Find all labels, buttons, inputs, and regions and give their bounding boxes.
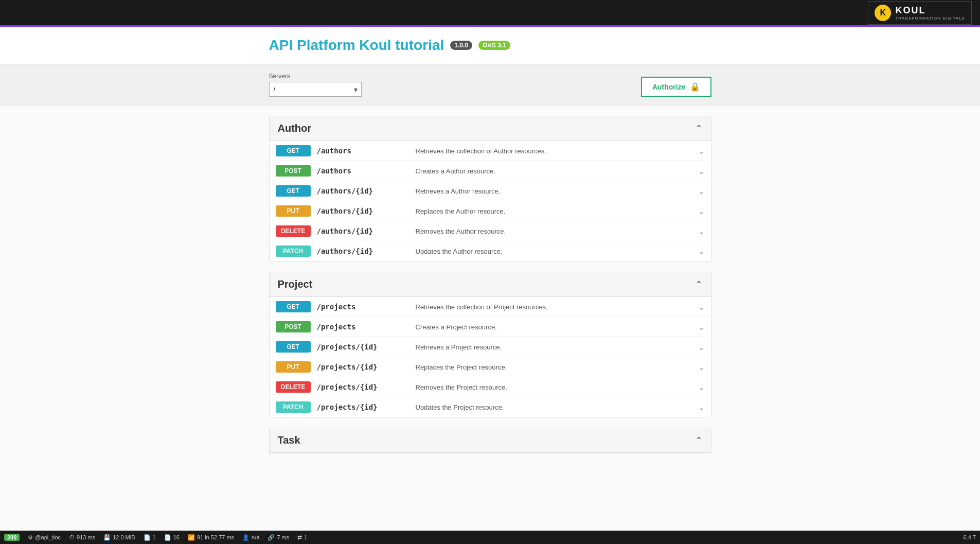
logo-box: K KOUL TRANSFORMATION DIGITALE [868,1,972,25]
endpoint-row[interactable]: GET /authors Retrieves the collection of… [270,141,711,161]
authorize-button[interactable]: Authorize 🔒 [641,77,711,97]
endpoint-desc: Creates a Project resource. [416,323,692,331]
api-group-task: Task ⌃ [269,428,711,453]
chevron-up-icon: ⌃ [695,435,703,446]
endpoint-desc: Retrieves a Project resource. [416,343,692,351]
oas-badge: OAS 3.1 [478,41,510,50]
group-header-project[interactable]: Project ⌃ [270,272,711,297]
endpoint-row[interactable]: PUT /projects/{id} Replaces the Project … [270,357,711,377]
endpoint-row[interactable]: PATCH /projects/{id} Updates the Project… [270,397,711,417]
method-badge-delete: DELETE [276,381,311,393]
method-badge-post: POST [276,165,311,177]
chevron-down-icon: ⌄ [698,322,705,332]
endpoint-path: /projects/{id} [317,363,409,371]
method-badge-get: GET [276,301,311,312]
endpoint-path: /authors [317,147,409,155]
servers-select[interactable]: / [269,82,362,97]
logo-right: KOUL TRANSFORMATION DIGITALE [895,5,965,21]
endpoint-desc: Replaces the Project resource. [416,363,692,371]
version-badge: 1.0.0 [450,41,472,50]
authorize-label: Authorize [652,83,686,91]
endpoint-desc: Creates a Author resource. [416,167,692,175]
endpoint-row[interactable]: PATCH /authors/{id} Updates the Author r… [270,241,711,261]
endpoint-path: /authors [317,167,409,175]
endpoint-path: /authors/{id} [317,247,409,255]
endpoint-row[interactable]: POST /authors Creates a Author resource.… [270,161,711,181]
method-badge-get: GET [276,341,311,353]
endpoint-row[interactable]: DELETE /authors/{id} Removes the Author … [270,221,711,241]
logo-circle: K [875,5,891,21]
endpoint-desc: Retrieves the collection of Author resou… [416,147,692,155]
method-badge-patch: PATCH [276,401,311,413]
servers-label: Servers [269,73,362,80]
group-header-author[interactable]: Author ⌃ [270,116,711,141]
chevron-down-icon: ⌄ [698,302,705,312]
title-row: API Platform Koul tutorial 1.0.0 OAS 3.1 [269,37,711,54]
endpoint-desc: Updates the Author resource. [416,248,692,255]
endpoint-desc: Retrieves the collection of Project reso… [416,303,692,311]
method-badge-post: POST [276,321,311,332]
endpoint-row[interactable]: GET /authors/{id} Retrieves a Author res… [270,181,711,201]
chevron-down-icon: ⌄ [698,186,705,196]
servers-group: Servers / [269,73,362,97]
api-group-author: Author ⌃ GET /authors Retrieves the coll… [269,116,711,261]
chevron-down-icon: ⌄ [698,362,705,372]
chevron-down-icon: ⌄ [698,382,705,392]
chevron-down-icon: ⌄ [698,166,705,176]
chevron-down-icon: ⌄ [698,342,705,352]
endpoint-row[interactable]: GET /projects Retrieves the collection o… [270,297,711,317]
endpoint-desc: Retrieves a Author resource. [416,187,692,195]
method-badge-put: PUT [276,205,311,217]
method-badge-delete: DELETE [276,225,311,237]
chevron-up-icon: ⌃ [695,123,703,134]
api-group-project: Project ⌃ GET /projects Retrieves the co… [269,272,711,417]
main-header: API Platform Koul tutorial 1.0.0 OAS 3.1 [0,27,980,64]
logo-name: KOUL [895,5,965,16]
endpoint-row[interactable]: DELETE /projects/{id} Removes the Projec… [270,377,711,397]
method-badge-get: GET [276,185,311,197]
chevron-down-icon: ⌄ [698,206,705,216]
chevron-down-icon: ⌄ [698,247,705,256]
endpoint-path: /authors/{id} [317,207,409,215]
endpoint-path: /projects [317,323,409,331]
top-bar: K KOUL TRANSFORMATION DIGITALE [0,0,980,27]
lock-icon: 🔒 [690,82,700,92]
method-badge-patch: PATCH [276,245,311,257]
main-content: Author ⌃ GET /authors Retrieves the coll… [166,116,814,453]
endpoint-row[interactable]: POST /projects Creates a Project resourc… [270,317,711,337]
chevron-down-icon: ⌄ [698,402,705,412]
endpoint-path: /authors/{id} [317,227,409,235]
endpoint-desc: Removes the Author resource. [416,227,692,235]
endpoint-desc: Updates the Project resource. [416,403,692,411]
api-title: API Platform Koul tutorial [269,37,444,54]
group-header-task[interactable]: Task ⌃ [270,428,711,453]
group-title: Author [278,122,312,134]
servers-select-wrapper[interactable]: / [269,82,362,97]
servers-section: Servers / Authorize 🔒 [0,64,980,106]
chevron-down-icon: ⌄ [698,146,705,156]
endpoint-path: /projects/{id} [317,383,409,391]
endpoint-row[interactable]: PUT /authors/{id} Replaces the Author re… [270,201,711,221]
chevron-up-icon: ⌃ [695,279,703,290]
endpoint-row[interactable]: GET /projects/{id} Retrieves a Project r… [270,337,711,357]
logo-subtitle: TRANSFORMATION DIGITALE [895,16,965,21]
method-badge-put: PUT [276,361,311,373]
group-title: Task [278,434,300,446]
endpoint-path: /projects [317,303,409,311]
endpoint-path: /authors/{id} [317,187,409,195]
method-badge-get: GET [276,145,311,156]
group-title: Project [278,278,313,290]
endpoint-desc: Removes the Project resource. [416,383,692,391]
endpoint-desc: Replaces the Author resource. [416,207,692,215]
chevron-down-icon: ⌄ [698,226,705,236]
endpoint-path: /projects/{id} [317,343,409,351]
endpoint-path: /projects/{id} [317,403,409,411]
